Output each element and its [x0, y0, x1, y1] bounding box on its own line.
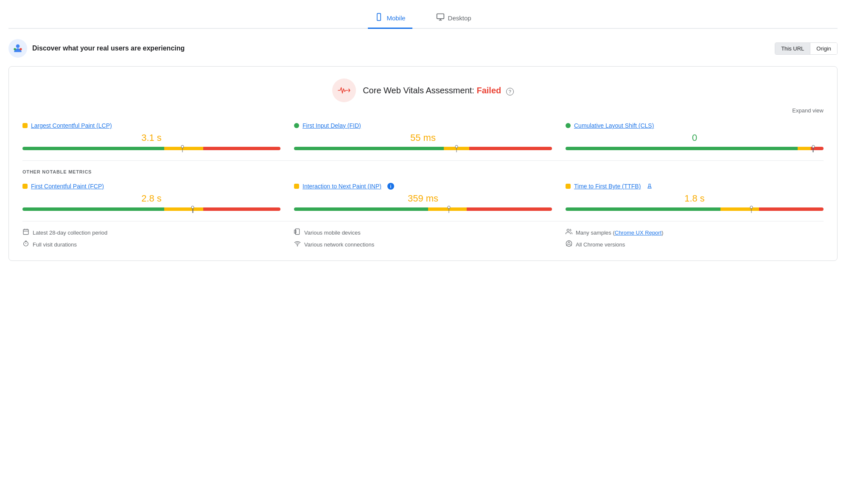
footer-col-2: Various mobile devices Various network c… [294, 228, 552, 249]
footer-chrome-text: All Chrome versions [576, 241, 625, 248]
expand-view-button[interactable]: Expand view [22, 107, 824, 114]
chrome-icon [566, 240, 572, 249]
footer-col-1: Latest 28-day collection period Full vis… [22, 228, 280, 249]
devices-icon [294, 228, 301, 237]
other-metrics-label: OTHER NOTABLE METRICS [22, 169, 824, 174]
divider [22, 160, 824, 161]
svg-rect-18 [294, 230, 296, 233]
footer-mobile-text: Various mobile devices [304, 230, 361, 236]
svg-point-6 [14, 48, 16, 50]
metric-ttfb-marker [750, 206, 753, 213]
metric-inp-bar [294, 207, 552, 211]
metric-lcp-dot [22, 123, 28, 128]
metric-fid: First Input Delay (FID) 55 ms [294, 122, 552, 150]
metric-lcp-label-row: Largest Contentful Paint (LCP) [22, 122, 280, 129]
svg-point-19 [297, 246, 297, 246]
tab-desktop[interactable]: Desktop [429, 8, 478, 29]
tab-bar: Mobile Desktop [8, 8, 838, 29]
footer-samples: Many samples (Chrome UX Report) [566, 228, 824, 237]
svg-rect-2 [437, 14, 444, 19]
metric-fid-bar [294, 147, 552, 150]
svg-point-22 [568, 242, 570, 244]
footer-mobile-devices: Various mobile devices [294, 228, 552, 237]
origin-button[interactable]: Origin [810, 43, 837, 54]
chrome-ux-report-link[interactable]: Chrome UX Report [615, 230, 662, 236]
metric-inp-dot [294, 184, 299, 189]
flask-icon [647, 183, 653, 189]
metric-inp-marker [447, 206, 450, 213]
metric-fcp-label[interactable]: First Contentful Paint (FCP) [31, 183, 104, 190]
desktop-icon [436, 13, 445, 23]
metric-inp-label[interactable]: Interaction to Next Paint (INP) [303, 183, 381, 190]
svg-point-7 [20, 48, 22, 50]
url-toggle: This URL Origin [775, 42, 838, 55]
metric-fcp-marker [191, 206, 194, 213]
mobile-icon [375, 13, 383, 23]
metric-inp-label-row: Interaction to Next Paint (INP)i [294, 183, 552, 190]
svg-rect-10 [23, 230, 28, 235]
assessment-header: Core Web Vitals Assessment: Failed ? [22, 78, 824, 102]
metric-inp: Interaction to Next Paint (INP)i 359 ms [294, 183, 552, 211]
svg-rect-0 [377, 14, 381, 21]
metric-fid-value: 55 ms [294, 132, 552, 143]
metric-fcp-bar [22, 207, 280, 211]
svg-point-20 [567, 229, 569, 231]
assessment-title-wrap: Core Web Vitals Assessment: Failed ? [363, 86, 514, 95]
metric-ttfb-dot [566, 184, 571, 189]
metric-fcp-dot [22, 184, 28, 189]
info-badge[interactable]: i [387, 183, 394, 190]
metric-cls: Cumulative Layout Shift (CLS) 0 [566, 122, 824, 150]
metric-fid-marker [455, 145, 458, 152]
assessment-help-icon[interactable]: ? [506, 88, 514, 95]
header-title: Discover what your real users are experi… [32, 45, 185, 52]
tab-desktop-label: Desktop [448, 14, 471, 22]
this-url-button[interactable]: This URL [775, 43, 810, 54]
metric-ttfb-value: 1.8 s [566, 193, 824, 204]
metric-fcp: First Contentful Paint (FCP) 2.8 s [22, 183, 280, 211]
metric-ttfb: Time to First Byte (TTFB) 1.8 s [566, 183, 824, 211]
footer-chrome-versions: All Chrome versions [566, 240, 824, 249]
metric-cls-value: 0 [566, 132, 824, 143]
metric-cls-label-row: Cumulative Layout Shift (CLS) [566, 122, 824, 129]
metric-lcp-label[interactable]: Largest Contentful Paint (LCP) [31, 122, 112, 129]
metric-lcp-value: 3.1 s [22, 132, 280, 143]
metric-fid-label-row: First Input Delay (FID) [294, 122, 552, 129]
assessment-title: Core Web Vitals Assessment: Failed ? [363, 86, 514, 95]
timer-icon [22, 240, 29, 249]
metric-ttfb-label[interactable]: Time to First Byte (TTFB) [574, 183, 641, 190]
other-metrics-grid: First Contentful Paint (FCP) 2.8 s Inter… [22, 183, 824, 211]
tab-mobile[interactable]: Mobile [368, 8, 412, 29]
metric-fcp-label-row: First Contentful Paint (FCP) [22, 183, 280, 190]
assessment-icon [332, 78, 356, 102]
people-icon [566, 228, 572, 237]
metric-lcp: Largest Contentful Paint (LCP) 3.1 s [22, 122, 280, 150]
metric-fid-label[interactable]: First Input Delay (FID) [303, 122, 361, 129]
metric-fcp-value: 2.8 s [22, 193, 280, 204]
footer-collection-period: Latest 28-day collection period [22, 228, 280, 237]
metric-cls-bar [566, 147, 824, 150]
metric-lcp-marker [181, 145, 184, 152]
metric-inp-value: 359 ms [294, 193, 552, 204]
avatar [8, 39, 27, 58]
metric-ttfb-bar [566, 207, 824, 211]
svg-point-5 [16, 44, 20, 48]
footer-network: Various network connections [294, 240, 552, 249]
metric-fid-dot [294, 123, 299, 128]
footer: Latest 28-day collection period Full vis… [22, 221, 824, 249]
vitals-icon [337, 85, 351, 95]
svg-marker-8 [349, 88, 350, 93]
metric-cls-marker [812, 145, 815, 152]
footer-visit-text: Full visit durations [33, 241, 77, 248]
metric-cls-dot [566, 123, 571, 128]
header-left: Discover what your real users are experi… [8, 39, 185, 58]
footer-visit-duration: Full visit durations [22, 240, 280, 249]
tab-mobile-label: Mobile [387, 14, 405, 22]
network-icon [294, 240, 301, 249]
core-metrics-grid: Largest Contentful Paint (LCP) 3.1 s Fir… [22, 122, 824, 150]
footer-samples-text: Many samples (Chrome UX Report) [576, 230, 664, 236]
footer-network-text: Various network connections [304, 241, 374, 248]
metric-cls-label[interactable]: Cumulative Layout Shift (CLS) [574, 122, 654, 129]
metric-lcp-bar [22, 147, 280, 150]
header-row: Discover what your real users are experi… [8, 39, 838, 58]
main-card: Core Web Vitals Assessment: Failed ? Exp… [8, 66, 838, 261]
